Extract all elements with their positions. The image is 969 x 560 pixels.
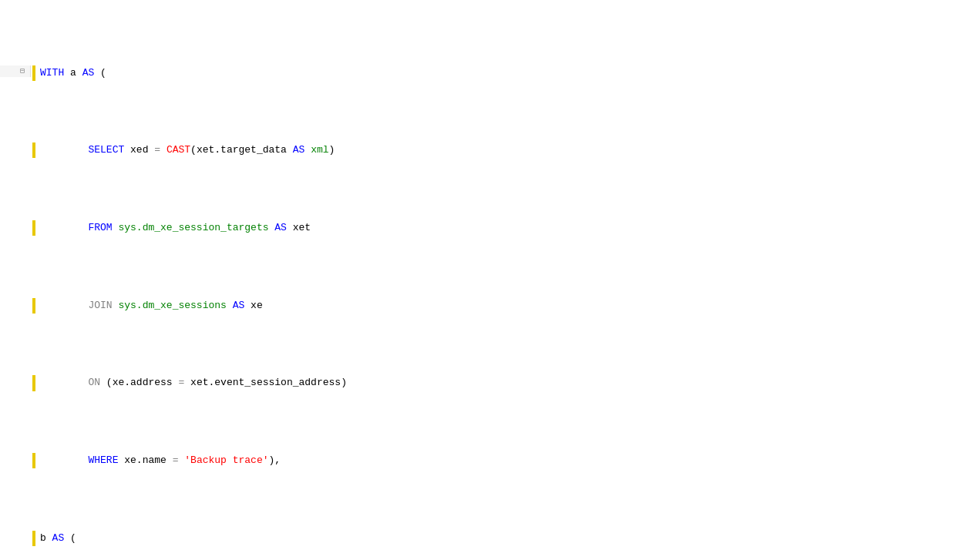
code-line-2: SELECT xed = CAST(xet.target_data AS xml…: [0, 143, 969, 158]
line-content: SELECT xed = CAST(xet.target_data AS xml…: [37, 143, 335, 158]
indent-bar: [32, 531, 35, 546]
indent-bar: [32, 375, 35, 391]
code-line-7: b AS (: [0, 531, 969, 546]
line-content: JOIN sys.dm_xe_sessions AS xe: [37, 298, 263, 314]
gutter: ⊟: [0, 65, 31, 78]
line-content: WHERE xe.name = 'Backup trace'),: [37, 453, 281, 468]
line-content: ON (xe.address = xet.event_session_addre…: [37, 375, 347, 391]
line-content: FROM sys.dm_xe_session_targets AS xet: [37, 220, 311, 236]
code-line-5: ON (xe.address = xet.event_session_addre…: [0, 375, 969, 391]
indent-bar: [32, 453, 35, 468]
indent-bar: [32, 65, 35, 81]
line-content: WITH a AS (: [37, 65, 106, 81]
indent-bar: [32, 220, 35, 236]
code-line-4: JOIN sys.dm_xe_sessions AS xe: [0, 298, 969, 314]
indent-bar: [32, 143, 35, 158]
collapse-icon[interactable]: ⊟: [18, 65, 27, 78]
indent-bar: [32, 298, 35, 314]
code-block: ⊟ WITH a AS ( SELECT xed = CAST(xet.targ…: [0, 0, 969, 560]
code-line-6: WHERE xe.name = 'Backup trace'),: [0, 453, 969, 468]
line-content: b AS (: [37, 531, 76, 546]
editor-area: ⊟ WITH a AS ( SELECT xed = CAST(xet.targ…: [0, 0, 969, 560]
code-line-1: ⊟ WITH a AS (: [0, 65, 969, 81]
code-line-3: FROM sys.dm_xe_session_targets AS xet: [0, 220, 969, 236]
